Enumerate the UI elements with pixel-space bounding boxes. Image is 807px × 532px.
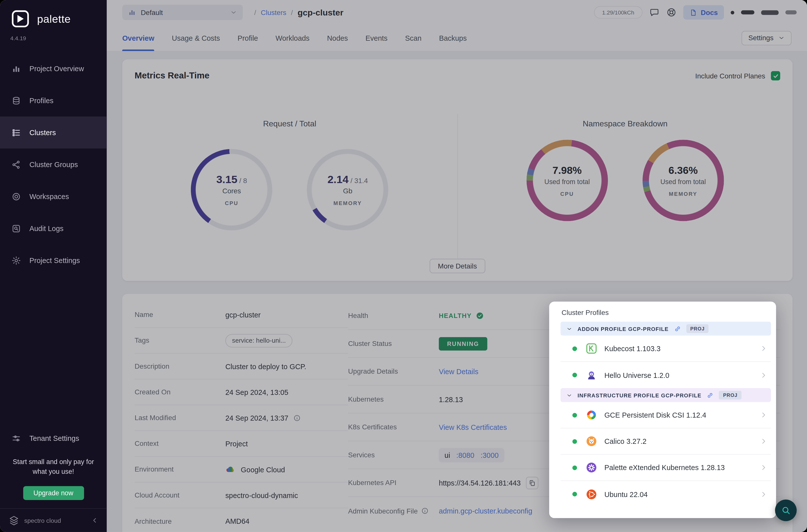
sidebar-item-tenant-settings[interactable]: Tenant Settings [0, 426, 107, 450]
tab-usage-costs[interactable]: Usage & Costs [172, 25, 220, 51]
status-dot-green [573, 492, 577, 496]
calico-icon [585, 435, 598, 448]
profile-section-infrastructure-profile-gcp-profile: INFRASTRUCTURE PROFILE GCP-PROFILEPROJGC… [560, 388, 771, 507]
upgrade-details-link[interactable]: View Details [439, 367, 478, 376]
info-icon[interactable] [421, 507, 429, 514]
sidebar-item-profiles[interactable]: Profiles [0, 84, 107, 116]
redacted-item [741, 10, 754, 15]
tab-workloads[interactable]: Workloads [276, 25, 309, 51]
chevron-right-icon [759, 344, 768, 353]
chevron-down-icon [566, 392, 573, 398]
tab-scan[interactable]: Scan [405, 25, 421, 51]
profile-layer-palette-extended-kubernetes-1-28-13[interactable]: Palette eXtended Kubernetes 1.28.13 [560, 455, 771, 481]
breadcrumb-separator: / [254, 8, 256, 16]
profile-layer-calico-3-27-2[interactable]: Calico 3.27.2 [560, 428, 771, 455]
more-details-button[interactable]: More Details [430, 259, 485, 273]
detail-row-description: DescriptionCluster to deploy to GCP. [135, 354, 348, 379]
link-icon [674, 325, 681, 332]
details-left-column: Namegcp-clusterTagsservice: hello-uni...… [135, 302, 348, 532]
brand: palette [0, 0, 107, 29]
chevron-down-icon [778, 35, 785, 41]
include-control-planes-toggle[interactable]: Include Control Planes [695, 71, 780, 80]
profile-layer-hello-universe-1-2-0[interactable]: Hello Universe 1.2.0 [560, 362, 771, 388]
detail-value: 24 Sep 2024, 13:05 [225, 388, 288, 396]
help-icon[interactable] [667, 7, 677, 18]
profile-layer-name: Calico 3.27.2 [604, 437, 646, 445]
tab-events[interactable]: Events [365, 25, 388, 51]
detail-value: View K8s Certificates [439, 423, 507, 431]
detail-label: Services [348, 451, 439, 459]
k8s-certificates-link[interactable]: View K8s Certificates [439, 423, 507, 431]
gce-disk-icon [585, 409, 598, 421]
sidebar-footer: spectro cloud [0, 508, 107, 532]
copy-button[interactable] [526, 477, 539, 489]
breadcrumb-clusters-link[interactable]: Clusters [261, 8, 286, 16]
project-selector-value: Default [140, 8, 225, 16]
detail-label: Health [348, 312, 439, 320]
info-icon[interactable] [294, 414, 301, 421]
project-selector[interactable]: Default [122, 5, 243, 20]
scope-badge: PROJ [719, 391, 742, 399]
chevron-down-icon [566, 325, 573, 332]
cluster-status-badge: RUNNING [439, 337, 487, 350]
status-dot-green [573, 346, 577, 351]
detail-value: AMD64 [225, 517, 249, 525]
settings-button-label: Settings [748, 34, 773, 42]
sidebar-item-project-overview[interactable]: Project Overview [0, 53, 107, 85]
profile-layer-gce-persistent-disk-csi-1-12-4[interactable]: GCE Persistent Disk CSI 1.12.4 [560, 402, 771, 428]
profile-layer-kubecost-1-103-3[interactable]: Kubecost 1.103.3 [560, 336, 771, 362]
service-port-link[interactable]: :3000 [481, 451, 499, 459]
chat-icon[interactable] [649, 7, 659, 18]
profile-layer-ubuntu-22-04[interactable]: Ubuntu 22.04 [560, 481, 771, 507]
namespace-breakdown-title: Namespace Breakdown [458, 119, 793, 128]
profile-section-title: ADDON PROFILE GCP-PROFILE [578, 325, 669, 332]
tab-overview[interactable]: Overview [122, 25, 154, 51]
tab-nodes[interactable]: Nodes [327, 25, 348, 51]
top-bar: Default / Clusters / gcp-cluster 1.29/10… [107, 0, 807, 25]
tab-backups[interactable]: Backups [439, 25, 467, 51]
search-fab[interactable] [775, 499, 797, 521]
detail-label: Environment [135, 466, 225, 473]
chevron-right-icon [759, 411, 768, 419]
palette-logo-icon [10, 9, 30, 29]
include-control-planes-checkbox[interactable] [771, 71, 780, 80]
status-dot-green [573, 439, 577, 443]
service-port-link[interactable]: :8080 [456, 451, 474, 459]
docs-button[interactable]: Docs [683, 5, 724, 20]
scope-badge: PROJ [686, 324, 709, 333]
profile-section-header[interactable]: ADDON PROFILE GCP-PROFILEPROJ [560, 322, 771, 336]
upgrade-now-button[interactable]: Upgrade now [23, 486, 84, 500]
detail-label: Created On [135, 388, 225, 396]
profile-section-header[interactable]: INFRASTRUCTURE PROFILE GCP-PROFILEPROJ [560, 388, 771, 402]
app-version: 4.4.19 [0, 29, 107, 41]
detail-text: AMD64 [225, 517, 249, 525]
sliders-icon [11, 433, 21, 443]
settings-button[interactable]: Settings [742, 31, 791, 45]
detail-value: Cluster to deploy to GCP. [225, 362, 306, 370]
admin-kubeconfig-file-link[interactable]: admin.gcp-cluster.kubeconfig [439, 507, 532, 515]
detail-value: ui:8080:3000 [439, 448, 504, 462]
sidebar-item-cluster-groups[interactable]: Cluster Groups [0, 148, 107, 180]
request-total-section: Request / Total 3.15 / 8CoresCPU2.14 / 3… [122, 107, 457, 281]
collapse-sidebar-icon[interactable] [91, 516, 98, 524]
upgrade-promo-text: Start small and only pay for what you us… [0, 457, 107, 477]
footer-brand-name: spectro cloud [24, 517, 86, 524]
tag-pill[interactable]: service: hello-uni... [225, 334, 293, 347]
kubecost-icon [585, 342, 598, 355]
sidebar-item-clusters[interactable]: Clusters [0, 116, 107, 148]
detail-value: service: hello-uni... [225, 334, 293, 347]
sidebar-item-label: Profiles [30, 96, 54, 104]
app-root: palette 4.4.19 Project OverviewProfilesC… [0, 0, 807, 532]
sidebar-item-audit-logs[interactable]: Audit Logs [0, 212, 107, 244]
detail-value: Project [225, 439, 248, 448]
tab-profile[interactable]: Profile [238, 25, 258, 51]
status-dot-green [573, 373, 577, 377]
include-control-planes-label: Include Control Planes [695, 72, 765, 80]
sidebar-item-workspaces[interactable]: Workspaces [0, 180, 107, 212]
sidebar-item-project-settings[interactable]: Project Settings [0, 244, 107, 276]
cluster-tab-bar: OverviewUsage & CostsProfileWorkloadsNod… [107, 25, 807, 52]
detail-text: gcp-cluster [225, 310, 261, 319]
detail-value: spectro-cloud-dynamic [225, 491, 298, 499]
health-status: HEALTHY [439, 312, 484, 320]
bar-chart-icon [128, 8, 136, 17]
